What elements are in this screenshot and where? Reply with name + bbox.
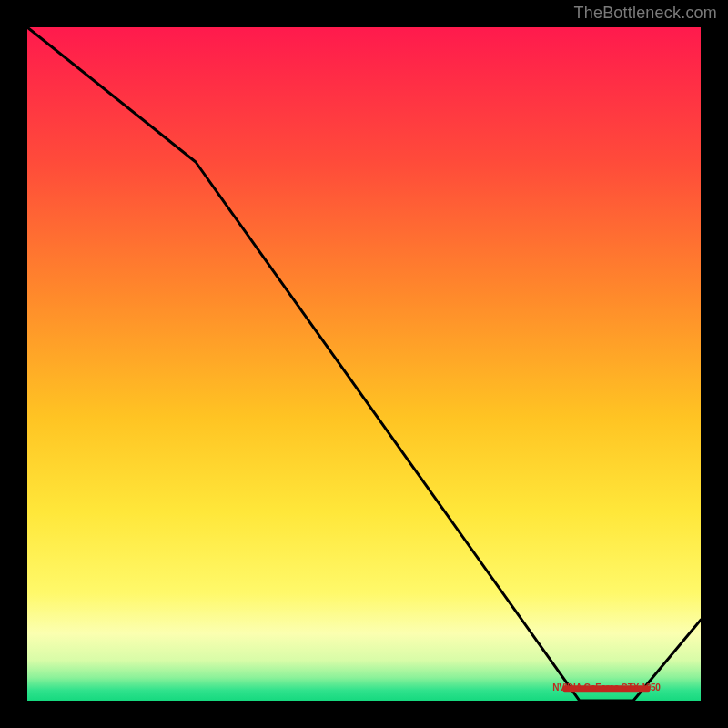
chart-frame: TheBottleneck.com NVIDIA GeForce GTX 105… bbox=[0, 0, 728, 728]
plot-area: NVIDIA GeForce GTX 1050 bbox=[27, 27, 701, 701]
chart-svg: NVIDIA GeForce GTX 1050 bbox=[27, 27, 701, 701]
gradient-background bbox=[27, 27, 701, 701]
legend-marker: NVIDIA GeForce GTX 1050 bbox=[552, 682, 661, 693]
legend-label: NVIDIA GeForce GTX 1050 bbox=[552, 682, 661, 693]
watermark-text: TheBottleneck.com bbox=[574, 4, 717, 23]
